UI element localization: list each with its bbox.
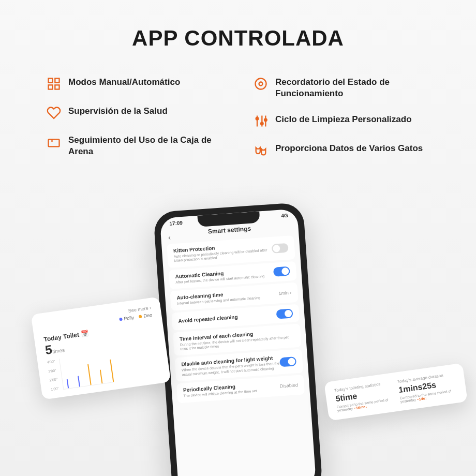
toggle-switch[interactable] <box>279 356 296 367</box>
feature-label: Ciclo de Limpieza Personalizado <box>275 114 412 125</box>
phone-device: 17:09 4G ‹ Smart settings Kitten Protect… <box>153 202 323 476</box>
phone-screen: 17:09 4G ‹ Smart settings Kitten Protect… <box>160 209 317 476</box>
chart-bar <box>87 364 92 385</box>
page-header: APP CONTROLADA <box>0 0 476 66</box>
circle-target-icon <box>254 77 268 91</box>
feature-cycle: Ciclo de Limpieza Personalizado <box>254 114 429 128</box>
chart-bar <box>66 379 68 389</box>
heart-icon <box>47 106 61 120</box>
chart-bar <box>78 376 80 387</box>
legend-label-b: Deo <box>143 313 153 319</box>
feature-label: Modos Manual/Automático <box>68 77 180 88</box>
stat-toilet-count: Today's toileting statistics 5time Compa… <box>334 380 394 412</box>
legend-label-a: Polly <box>124 315 135 322</box>
features-left-column: Modos Manual/Automático Supervisión de l… <box>47 77 222 157</box>
cats-icon <box>254 143 268 157</box>
features-grid: Modos Manual/Automático Supervisión de l… <box>0 66 476 168</box>
calendar-icon: 📅 <box>80 330 89 338</box>
svg-rect-2 <box>49 85 53 89</box>
chart-bar <box>110 359 114 382</box>
feature-label: Supervisión de la Salud <box>68 106 168 117</box>
status-time: 17:09 <box>169 220 183 227</box>
today-toilet-card: See more › Polly Deo Today Toilet 📅 5tim… <box>31 296 171 399</box>
back-button[interactable]: ‹ <box>168 233 171 242</box>
svg-point-12 <box>264 119 267 122</box>
svg-point-5 <box>256 79 266 90</box>
feature-modes: Modos Manual/Automático <box>47 77 222 91</box>
svg-rect-3 <box>55 85 59 89</box>
toggle-switch[interactable] <box>273 266 290 277</box>
status-signal: 4G <box>281 213 288 219</box>
page-title: APP CONTROLADA <box>0 26 476 51</box>
chart-y-axis: 4'00" 3'00" 2'00" 1'00" <box>47 360 59 392</box>
stat-diff: −14s↓ <box>416 396 427 401</box>
svg-rect-4 <box>49 139 60 146</box>
grid-icon <box>47 77 61 91</box>
box-icon <box>47 135 61 149</box>
setting-value: Disabled <box>279 382 298 389</box>
stats-card: Today's toileting statistics 5time Compa… <box>324 363 468 421</box>
setting-value: 1min › <box>278 290 292 296</box>
toggle-switch[interactable] <box>272 243 289 254</box>
sliders-icon <box>254 114 268 128</box>
feature-label: Proporciona Datos de Varios Gatos <box>275 143 423 154</box>
feature-reminder: Recordatorio del Estado de Funcionamient… <box>254 77 429 99</box>
feature-tracking: Seguimiento del Uso de la Caja de Arena <box>47 135 222 157</box>
features-right-column: Recordatorio del Estado de Funcionamient… <box>254 77 429 157</box>
svg-point-10 <box>261 123 263 125</box>
toggle-switch[interactable] <box>276 308 293 319</box>
chart-bar <box>99 370 102 384</box>
svg-rect-1 <box>55 79 59 83</box>
feature-label: Recordatorio del Estado de Funcionamient… <box>275 77 429 99</box>
setting-title: Avoid repeated cleaning <box>178 311 276 324</box>
svg-rect-0 <box>49 79 53 83</box>
feature-label: Seguimiento del Uso de la Caja de Arena <box>68 135 222 157</box>
legend-dot-b <box>139 315 142 318</box>
toilet-unit: times <box>52 347 65 354</box>
svg-point-8 <box>256 117 259 120</box>
feature-multicat: Proporciona Datos de Varios Gatos <box>254 143 429 157</box>
legend-dot-a <box>119 318 123 321</box>
svg-point-6 <box>259 82 263 86</box>
feature-health: Supervisión de la Salud <box>47 106 222 120</box>
phone-mockup-area: 17:09 4G ‹ Smart settings Kitten Protect… <box>83 202 393 476</box>
chart-bars <box>59 352 114 390</box>
stat-duration: Today's average duration 1mins25s Compar… <box>397 371 457 404</box>
